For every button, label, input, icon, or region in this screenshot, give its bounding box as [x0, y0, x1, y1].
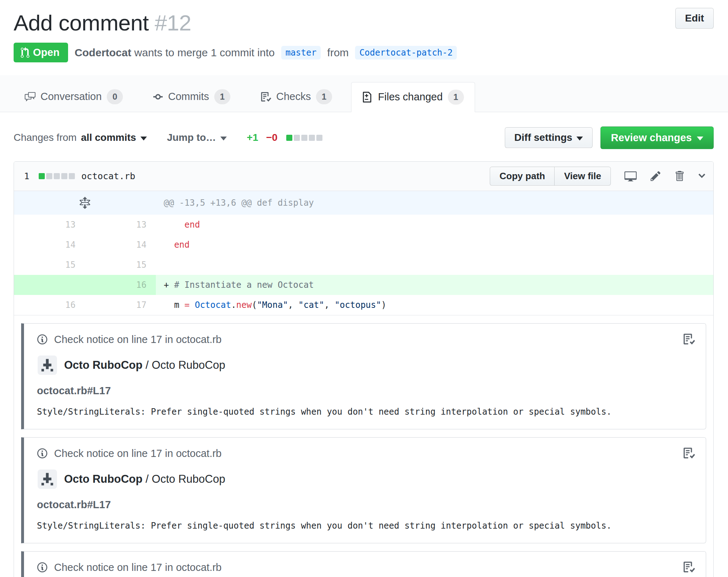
check-app-avatar[interactable]: [38, 356, 57, 375]
tab-label: Files changed: [378, 91, 443, 103]
diff-sign: [164, 300, 174, 310]
check-file-ref[interactable]: octocat.rb#L17: [37, 499, 693, 511]
base-branch-label[interactable]: master: [281, 46, 321, 59]
pr-state-label: Open: [33, 47, 59, 58]
tab-counter: 1: [448, 90, 464, 105]
diffstat-blocks: [286, 135, 322, 141]
pr-author[interactable]: Codertocat: [75, 47, 131, 58]
view-check-button[interactable]: [683, 561, 695, 573]
edit-button[interactable]: Edit: [675, 8, 714, 29]
old-line-number[interactable]: 16: [14, 295, 85, 315]
new-line-number[interactable]: 14: [85, 235, 156, 255]
diff-sign: +: [164, 280, 174, 290]
edit-file-button[interactable]: [650, 170, 661, 182]
jump-to-dropdown[interactable]: Jump to…: [167, 132, 227, 143]
code-cell: m = Octocat.new("Mona", "cat", "octopus"…: [156, 295, 713, 315]
check-notice-header: Check notice on line 17 in octocat.rb: [37, 448, 693, 459]
check-app-name[interactable]: Octo RuboCop: [64, 473, 143, 485]
check-app-name[interactable]: Octo RuboCop: [64, 359, 143, 371]
check-notice-header: Check notice on line 17 in octocat.rb: [37, 562, 693, 573]
new-line-number[interactable]: 13: [85, 215, 156, 235]
copy-path-button[interactable]: Copy path: [490, 167, 555, 186]
view-check-button[interactable]: [683, 447, 695, 459]
file-diff-icon: [362, 92, 373, 102]
old-line-number[interactable]: [14, 275, 85, 295]
tab-checks[interactable]: Checks 1: [249, 82, 343, 112]
tab-label: Checks: [276, 91, 311, 102]
changes-from-dropdown[interactable]: Changes from all commits: [14, 132, 147, 143]
view-check-button[interactable]: [683, 333, 695, 345]
pr-merge-text: wants to merge 1 commit into: [134, 47, 275, 58]
pr-merge-sentence: Codertocat wants to merge 1 commit into: [75, 47, 275, 59]
git-pull-request-icon: [21, 47, 29, 58]
caret-down-icon: [576, 137, 583, 140]
diff-line-row: 15 15: [14, 255, 713, 275]
diff-settings-label: Diff settings: [514, 132, 573, 143]
check-message: Style/StringLiterals: Prefer single-quot…: [37, 407, 693, 417]
code-text: m = Octocat.new("Mona", "cat", "octopus"…: [174, 300, 387, 310]
code-cell: + # Instantiate a new Octocat: [156, 275, 713, 295]
code-text: end: [174, 240, 190, 250]
diff-settings-button[interactable]: Diff settings: [505, 127, 593, 148]
separator: /: [145, 473, 149, 485]
caret-down-icon: [140, 137, 147, 140]
check-notice-header: Check notice on line 17 in octocat.rb: [37, 334, 693, 345]
comment-discussion-icon: [25, 91, 35, 102]
tab-commits[interactable]: Commits 1: [142, 82, 241, 112]
new-line-number[interactable]: 16: [85, 275, 156, 295]
code-cell: end: [156, 235, 713, 255]
tab-counter: 0: [107, 89, 123, 104]
pr-header: Add comment #12 Edit: [0, 0, 728, 43]
check-notice-title: Check notice on line 17 in octocat.rb: [54, 448, 222, 459]
hunk-header-text: @@ -13,5 +13,6 @@ def display: [156, 191, 713, 215]
file-name[interactable]: octocat.rb: [81, 171, 135, 181]
check-notice-title: Check notice on line 17 in octocat.rb: [54, 562, 222, 573]
tab-conversation[interactable]: Conversation 0: [14, 82, 134, 112]
delete-file-button[interactable]: [675, 170, 684, 182]
old-line-number[interactable]: 13: [14, 215, 85, 235]
review-changes-label: Review changes: [611, 132, 692, 144]
check-app-avatar[interactable]: [38, 469, 57, 489]
checklist-icon: [683, 333, 695, 345]
diffstat-summary: +1 −0: [247, 132, 322, 143]
file-changed-lines-count: 1: [24, 171, 29, 181]
caret-down-icon: [697, 137, 703, 140]
check-message: Style/StringLiterals: Prefer single-quot…: [37, 521, 693, 531]
tab-files-changed[interactable]: Files changed 1: [351, 82, 475, 112]
checklist-icon: [260, 91, 271, 102]
review-changes-button[interactable]: Review changes: [600, 127, 714, 149]
old-line-number[interactable]: 14: [14, 235, 85, 255]
code-text: # Instantiate a new Octocat: [174, 280, 314, 290]
check-notice: Check notice on line 17 in octocat.rb Oc…: [21, 551, 706, 577]
tab-label: Conversation: [40, 91, 102, 102]
caret-down-icon: [220, 137, 227, 140]
new-line-number[interactable]: 17: [85, 295, 156, 315]
file-button-group: Copy path View file: [490, 167, 611, 186]
diff-line-row: 13 13 end: [14, 215, 713, 235]
file-header: 1 octocat.rb Copy path View file: [14, 162, 713, 191]
changes-from-label: Changes from: [14, 132, 77, 143]
tab-counter: 1: [214, 89, 230, 104]
diff-line-row: 16 17 m = Octocat.new("Mona", "cat", "oc…: [14, 295, 713, 315]
page-title: Add comment #12: [14, 10, 191, 35]
additions-count: +1: [247, 132, 258, 143]
rich-diff-button[interactable]: [624, 170, 637, 182]
old-line-number[interactable]: 15: [14, 255, 85, 275]
collapse-file-button[interactable]: [698, 171, 706, 181]
expand-hunk-button[interactable]: [14, 191, 156, 215]
deletions-count: −0: [266, 132, 278, 143]
view-file-button[interactable]: View file: [554, 167, 611, 186]
diffbar: Changes from all commits Jump to… +1 −0 …: [0, 112, 728, 159]
jump-to-label: Jump to…: [167, 132, 216, 143]
pr-title-text: Add comment: [14, 10, 149, 35]
new-line-number[interactable]: 15: [85, 255, 156, 275]
check-file-ref[interactable]: octocat.rb#L17: [37, 385, 693, 397]
diff-sign: [164, 240, 174, 250]
head-branch-label[interactable]: Codertocat-patch-2: [355, 46, 457, 59]
pr-tabnav: Conversation 0 Commits 1 Checks 1 Files …: [0, 75, 728, 112]
diff-line-row-addition: 16 + # Instantiate a new Octocat: [14, 275, 713, 295]
hunk-row: @@ -13,5 +13,6 @@ def display: [14, 191, 713, 215]
unfold-icon: [14, 197, 156, 209]
from-word: from: [327, 47, 349, 59]
check-context: Octo RuboCop: [152, 473, 225, 485]
